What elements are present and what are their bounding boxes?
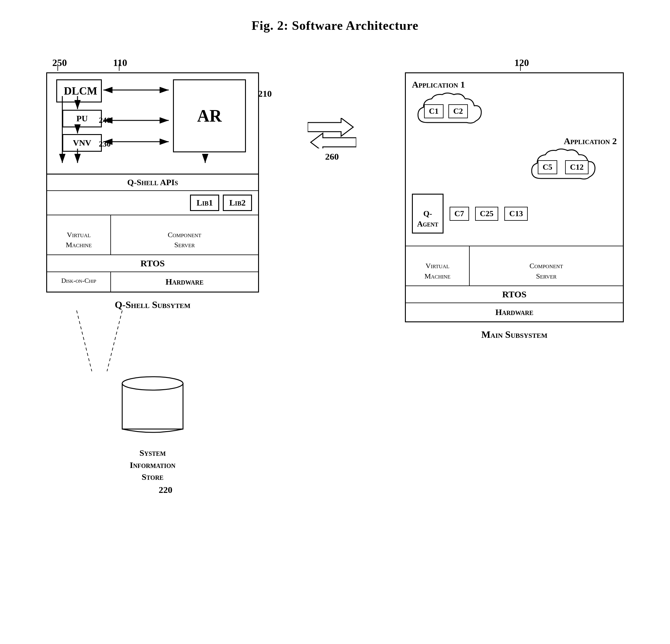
doc-cell: Disk-on-Chip [47,272,111,292]
svg-marker-18 [308,118,353,136]
q-agent-box: Q- Agent [412,194,443,233]
ref-230: 230 [99,139,111,149]
c12-box: C12 [565,160,589,174]
ref-220: 220 [116,485,189,495]
page: Fig. 2: Software Architecture 250 110 [0,18,670,644]
ref-250: 250 110 [46,57,259,72]
ar-ref-label: 210 [258,89,272,99]
c2-box: C2 [448,104,468,118]
diagram-area: 250 110 210 [0,57,670,495]
qshell-top-section: 210 DLCM PU 240 VNV [47,73,258,174]
main-box: Application 1 C1 C2 [405,72,624,322]
lib2-box: Lib2 [223,194,252,211]
qagent-row: Q- Agent C7 C25 C13 [412,194,617,233]
lib-row: Lib1 Lib2 [47,191,258,215]
c7-box: C7 [450,207,469,221]
main-inner: Application 1 C1 C2 [406,73,623,246]
big-arrow-svg [308,118,356,148]
c13-box: C13 [504,207,528,221]
c25-box: C25 [475,207,498,221]
cs-cell-left: Component Server [111,215,258,255]
svg-line-13 [107,310,122,371]
hw-row-main: Hardware [406,303,623,321]
sysinfo-area: System Information Store 220 [116,371,189,495]
app2-label: Application 2 [564,136,617,146]
c1-box: C1 [424,104,443,118]
c5-box: C5 [538,160,557,174]
ref-120-tick [405,57,624,72]
app2-area: Application 2 C5 C12 [412,136,617,188]
ref-260: 260 [325,151,339,162]
ref-ticks [46,57,259,72]
qshell-apis-row: Q-Shell APIs [47,174,258,191]
sysinfo-label: System Information Store [130,435,176,483]
svg-point-15 [122,377,183,390]
cs-cell-main: Component Server [470,246,623,285]
app2-cloud-area: C5 C12 [526,148,617,188]
cylinder-svg [116,371,189,438]
vm-cell-left: Virtual Machine [47,215,111,255]
vnv-box: VNV [62,134,102,152]
pu-box: PU [62,110,102,128]
qshell-label: Q-Shell Subsytem [115,299,190,310]
svg-line-12 [77,310,92,371]
app1-cloud-area: C1 C2 [412,92,617,133]
hw-cell-left: Hardware [111,272,258,292]
rtos-row-left: RTOS [47,255,258,272]
dashed-lines-svg [46,310,259,377]
qshell-subsystem: 250 110 210 [46,57,259,495]
ref-120-area: 120 [405,57,624,72]
rtos-row-main: RTOS [406,285,623,303]
vm-cs-row: Virtual Machine Component Server [47,215,258,255]
center-arrow-area: 260 [308,57,356,495]
dlcm-box: DLCM [56,79,102,103]
svg-marker-19 [311,133,356,148]
ar-box: AR [173,79,246,152]
doc-hw-row: Disk-on-Chip Hardware [47,272,258,292]
lib1-box: Lib1 [190,194,219,211]
ref-240: 240 [99,116,111,125]
page-title: Fig. 2: Software Architecture [0,18,670,33]
app1-label: Application 1 [412,79,617,90]
main-subsystem: 120 Application 1 [405,57,624,495]
vm-cell-main: Virtual Machine [406,246,470,285]
main-label: Main Subsystem [481,329,547,340]
qshell-box: 210 DLCM PU 240 VNV [46,72,259,293]
vm-cs-row-main: Virtual Machine Component Server [406,246,623,285]
